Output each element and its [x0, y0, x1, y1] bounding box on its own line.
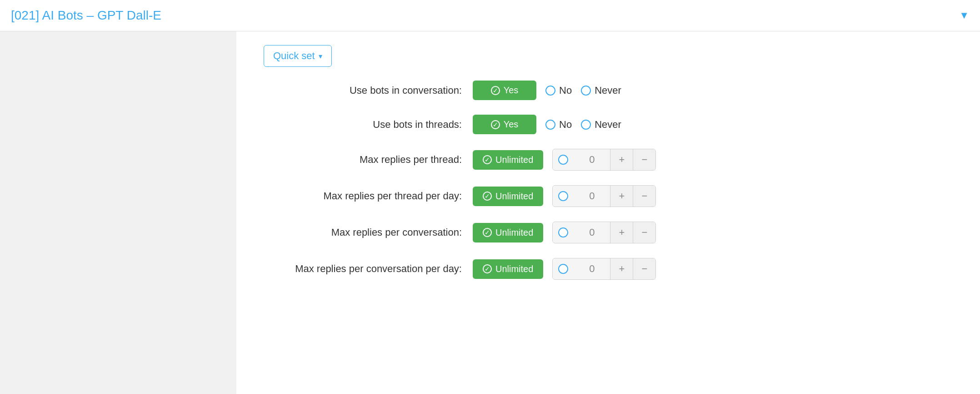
stepper-value-conversation-day[interactable] — [574, 258, 610, 279]
label-max-replies-thread-day: Max replies per thread per day: — [264, 190, 473, 202]
check-icon-conversation-max: ✓ — [483, 228, 492, 237]
controls-max-replies-thread-day: ✓ Unlimited + − — [473, 185, 656, 207]
radio-no-threads[interactable]: No — [545, 119, 572, 131]
btn-unlimited-thread-day[interactable]: ✓ Unlimited — [473, 187, 543, 206]
radio-circle-never-conversation — [581, 86, 591, 96]
radio-circle-conversation — [558, 227, 568, 237]
controls-max-replies-thread: ✓ Unlimited + − — [473, 149, 656, 171]
radio-circle-conversation-day — [558, 264, 568, 274]
controls-use-bots-conversation: ✓ Yes No Never — [473, 81, 621, 100]
quick-set-chevron-icon: ▾ — [319, 52, 322, 61]
stepper-radio-thread-day[interactable] — [553, 187, 574, 206]
controls-use-bots-threads: ✓ Yes No Never — [473, 115, 621, 134]
check-icon-threads: ✓ — [491, 120, 500, 129]
radio-never-conversation[interactable]: Never — [581, 85, 621, 96]
btn-unlimited-conversation-day[interactable]: ✓ Unlimited — [473, 259, 543, 279]
row-use-bots-conversation: Use bots in conversation: ✓ Yes No Never — [264, 81, 953, 100]
btn-unlimited-thread[interactable]: ✓ Unlimited — [473, 150, 543, 170]
controls-max-replies-conversation-day: ✓ Unlimited + − — [473, 258, 656, 280]
radio-circle-no-conversation — [545, 86, 555, 96]
row-max-replies-thread-day: Max replies per thread per day: ✓ Unlimi… — [264, 185, 953, 207]
stepper-minus-thread[interactable]: − — [633, 149, 655, 170]
app-header: [021] AI Bots – GPT Dall-E ▼ — [0, 0, 980, 31]
stepper-value-thread-day[interactable] — [574, 186, 610, 207]
row-max-replies-conversation-day: Max replies per conversation per day: ✓ … — [264, 258, 953, 280]
radio-circle-thread-day — [558, 191, 568, 201]
radio-never-threads[interactable]: Never — [581, 119, 621, 131]
stepper-radio-conversation-day[interactable] — [553, 259, 574, 278]
label-max-replies-thread: Max replies per thread: — [264, 154, 473, 166]
btn-unlimited-conversation[interactable]: ✓ Unlimited — [473, 223, 543, 242]
label-use-bots-threads: Use bots in threads: — [264, 119, 473, 131]
check-icon-conversation-day: ✓ — [483, 264, 492, 273]
sidebar — [0, 31, 236, 394]
radio-circle-thread — [558, 155, 568, 165]
main-layout: Quick set ▾ Use bots in conversation: ✓ … — [0, 31, 980, 394]
quick-set-label: Quick set — [273, 50, 315, 62]
stepper-value-thread[interactable] — [574, 149, 610, 170]
controls-max-replies-conversation: ✓ Unlimited + − — [473, 222, 656, 243]
check-icon-conversation: ✓ — [491, 86, 500, 95]
header-chevron-icon[interactable]: ▼ — [959, 10, 969, 21]
row-max-replies-thread: Max replies per thread: ✓ Unlimited + − — [264, 149, 953, 171]
radio-circle-no-threads — [545, 120, 555, 130]
stepper-thread-day: + − — [552, 185, 656, 207]
btn-yes-conversation[interactable]: ✓ Yes — [473, 81, 536, 100]
stepper-plus-conversation[interactable]: + — [610, 222, 633, 243]
row-use-bots-threads: Use bots in threads: ✓ Yes No Never — [264, 115, 953, 134]
stepper-radio-thread[interactable] — [553, 150, 574, 169]
btn-yes-threads[interactable]: ✓ Yes — [473, 115, 536, 134]
label-use-bots-conversation: Use bots in conversation: — [264, 85, 473, 96]
stepper-minus-thread-day[interactable]: − — [633, 186, 655, 207]
stepper-conversation-day: + − — [552, 258, 656, 280]
quick-set-button[interactable]: Quick set ▾ — [264, 45, 332, 67]
stepper-value-conversation[interactable] — [574, 222, 610, 243]
stepper-radio-conversation[interactable] — [553, 223, 574, 242]
page-title: [021] AI Bots – GPT Dall-E — [11, 8, 161, 23]
stepper-conversation: + − — [552, 222, 656, 243]
stepper-plus-thread[interactable]: + — [610, 149, 633, 170]
stepper-plus-conversation-day[interactable]: + — [610, 258, 633, 279]
label-max-replies-conversation: Max replies per conversation: — [264, 227, 473, 238]
check-icon-thread: ✓ — [483, 155, 492, 164]
content-area: Quick set ▾ Use bots in conversation: ✓ … — [236, 31, 980, 394]
radio-circle-never-threads — [581, 120, 591, 130]
stepper-plus-thread-day[interactable]: + — [610, 186, 633, 207]
check-icon-thread-day: ✓ — [483, 192, 492, 201]
stepper-minus-conversation-day[interactable]: − — [633, 258, 655, 279]
quick-set-wrapper: Quick set ▾ — [264, 45, 953, 81]
stepper-thread: + − — [552, 149, 656, 171]
radio-no-conversation[interactable]: No — [545, 85, 572, 96]
label-max-replies-conversation-day: Max replies per conversation per day: — [264, 263, 473, 275]
row-max-replies-conversation: Max replies per conversation: ✓ Unlimite… — [264, 222, 953, 243]
stepper-minus-conversation[interactable]: − — [633, 222, 655, 243]
